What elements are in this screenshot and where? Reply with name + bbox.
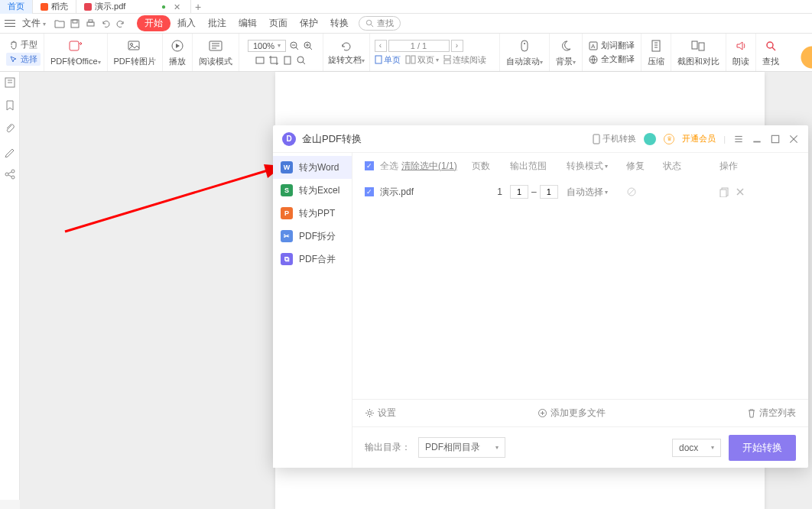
svg-rect-37 [699,43,704,50]
tab-add-button[interactable]: + [191,1,205,13]
settings-link[interactable]: 设置 [365,407,396,420]
menu-start[interactable]: 开始 [137,15,171,31]
range-from-input[interactable] [510,185,528,199]
print-icon[interactable] [83,17,97,31]
zoom-in-icon[interactable] [303,41,313,51]
output-dir-select[interactable]: PDF相同目录▾ [418,437,505,458]
read-aloud-button[interactable]: 朗读 [726,34,756,71]
tab-file[interactable]: 演示.pdf ● ✕ [76,0,191,14]
col-clear[interactable]: 清除选中(1/1) [401,160,472,173]
view-single[interactable]: 单页 [375,54,401,66]
copy-icon[interactable] [719,187,729,197]
word-translate[interactable]: A划词翻译 [589,40,635,51]
zoom-select[interactable]: 100%▾ [248,40,286,52]
crop-icon[interactable] [268,55,279,66]
share-icon[interactable] [4,168,16,180]
pen-icon[interactable] [4,145,16,157]
svg-line-5 [372,24,374,27]
maximize-icon[interactable] [770,134,781,144]
rotate-icon[interactable] [339,39,354,54]
svg-point-23 [297,57,304,63]
range-to-input[interactable] [540,185,558,199]
menu-edit[interactable]: 编辑 [233,17,262,30]
menu-hamburger-icon[interactable] [5,19,15,28]
dialog-mid-bar: 设置 添加更多文件 清空列表 [352,399,808,426]
plus-circle-icon [538,408,547,418]
svg-line-24 [303,62,305,64]
continuous-icon [443,55,451,64]
add-more-link[interactable]: 添加更多文件 [538,407,606,420]
redo-icon[interactable] [114,17,128,31]
sidebar-item-ppt[interactable]: P转为PPT [273,202,352,225]
select-tool[interactable]: 选择 [6,53,41,66]
item-fix[interactable] [626,186,663,197]
pdf-to-office[interactable]: PDF转Office▾ [44,34,108,71]
checkbox-all[interactable]: ✓ [365,161,374,170]
item-mode-select[interactable]: 自动选择▾ [567,186,626,199]
ppt-icon: P [281,207,293,219]
menu-insert[interactable]: 插入 [172,17,201,30]
page-prev-button[interactable]: ‹ [375,40,387,52]
fit-page-icon[interactable] [282,55,293,66]
remove-icon[interactable] [736,187,745,196]
svg-rect-2 [87,22,94,26]
play-button[interactable]: 播放 [163,34,193,71]
word-trans-icon: A [589,41,598,50]
tab-home[interactable]: 首页 [0,0,33,14]
view-continuous[interactable]: 连续阅读 [443,54,486,66]
read-mode-button[interactable]: 阅读模式 [193,34,239,71]
minimize-icon[interactable] [752,134,762,144]
find-button[interactable]: 查找 [756,34,785,71]
sidebar-item-word[interactable]: W转为Word [273,156,352,179]
zoom-icon[interactable] [296,55,307,66]
avatar[interactable] [644,133,656,145]
page-next-button[interactable]: › [451,40,463,52]
toolbar-search[interactable]: 查找 [359,16,401,31]
list-header: ✓ 全选 清除选中(1/1) 页数 输出范围 转换模式▾ 修复 状态 操作 [352,153,808,179]
start-convert-button[interactable]: 开始转换 [729,435,796,461]
zoom-out-icon[interactable] [289,41,300,51]
view-double[interactable]: 双页▾ [405,54,439,66]
menu-page[interactable]: 页面 [264,17,293,30]
menu-convert[interactable]: 转换 [325,17,354,30]
clear-list-link[interactable]: 清空列表 [747,407,796,420]
open-icon[interactable] [53,17,67,31]
dialog-close-icon[interactable] [788,134,799,144]
menu-protect[interactable]: 保护 [294,17,323,30]
sidebar-item-excel[interactable]: S转为Excel [273,179,352,202]
menu-icon[interactable] [733,134,744,144]
sidebar-item-split[interactable]: ✂PDF拆分 [273,225,352,248]
col-mode[interactable]: 转换模式▾ [567,160,626,173]
compress-button[interactable]: 压缩 [641,34,671,71]
full-translate[interactable]: 全文翻译 [589,53,635,65]
undo-icon[interactable] [99,17,112,31]
background-button[interactable]: 背景▾ [550,34,583,71]
gear-icon [365,408,375,418]
svg-point-45 [11,176,15,179]
read-mode-icon [208,38,223,53]
svg-point-44 [11,170,15,173]
svg-rect-6 [70,41,79,50]
col-all[interactable]: 全选 [380,160,401,173]
search-icon [365,19,374,28]
tab-shell[interactable]: 稻壳 [33,0,76,14]
screenshot-compare-button[interactable]: 截图和对比 [671,34,726,71]
pdf-to-image[interactable]: PDF转图片 [108,34,163,71]
bookmark-icon[interactable] [4,99,16,112]
phone-convert-button[interactable]: 手机转换 [593,133,636,144]
checkbox-item[interactable]: ✓ [365,187,374,196]
menu-annotate[interactable]: 批注 [203,17,232,30]
svg-rect-30 [521,41,528,51]
menu-file[interactable]: 文件 ▾ [17,17,51,30]
thumbnail-icon[interactable] [4,76,16,89]
format-select[interactable]: docx▾ [672,439,721,457]
fit-width-icon[interactable] [255,55,265,66]
auto-scroll-button[interactable]: 自动滚动▾ [500,34,550,71]
attachment-icon[interactable] [4,122,16,135]
page-display[interactable]: 1 / 1 [388,40,450,52]
save-icon[interactable] [68,17,82,31]
close-icon[interactable]: ✕ [174,2,183,11]
hand-tool[interactable]: 手型 [9,39,37,50]
sidebar-item-merge[interactable]: ⧉PDF合并 [273,248,352,271]
open-vip-link[interactable]: 开通会员 [682,133,716,144]
